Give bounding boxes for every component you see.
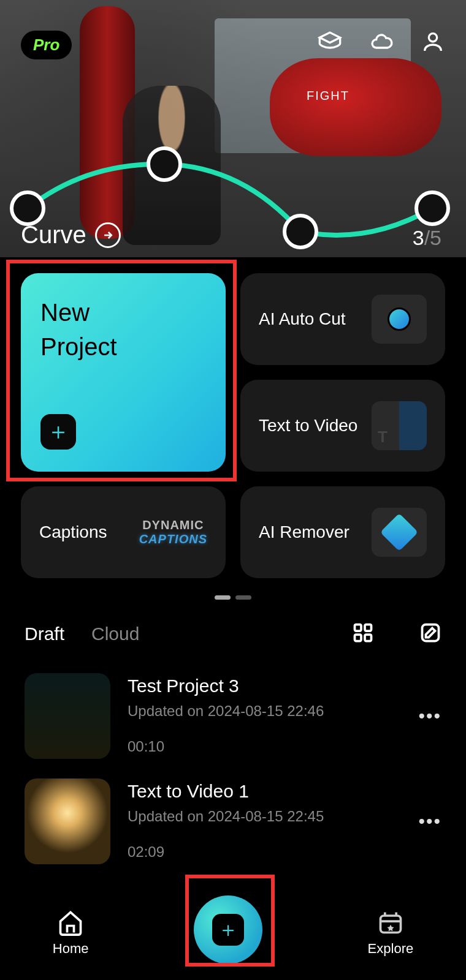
hero-banner[interactable]: Pro Curve 3/5 [0,0,466,257]
hero-page-indicator: 3/5 [413,226,441,250]
nav-home[interactable]: Home [53,909,89,957]
hero-boxer [123,86,221,245]
tile-ai-auto-cut[interactable]: AI Auto Cut [240,273,445,365]
dynamic-captions-icon: DYNAMIC CAPTIONS [139,518,207,546]
text-to-video-icon [372,401,427,450]
draft-title: Text to Video 1 [128,781,441,802]
page-total: /5 [424,226,441,249]
nav-explore[interactable]: Explore [368,909,414,957]
profile-icon[interactable] [421,29,445,56]
tile-ai-remover-label: AI Remover [259,522,350,542]
hero-title: Curve [21,221,86,249]
draft-duration: 00:10 [128,738,441,759]
draft-item[interactable]: Test Project 3 Updated on 2024-08-15 22:… [25,663,441,769]
cloud-icon[interactable] [369,29,394,56]
ai-remover-icon [372,508,427,557]
tiles-pager [0,578,466,622]
tile-text-to-video-label: Text to Video [259,416,357,435]
tile-captions-label: Captions [39,522,107,542]
nav-home-label: Home [53,941,89,957]
page-current: 3 [413,226,424,249]
hero-title-row: Curve [21,221,121,249]
tile-new-project-label: New Project [40,295,117,364]
more-icon[interactable]: ••• [418,706,441,726]
tile-ai-remover[interactable]: AI Remover [240,486,445,578]
drafts-toolbar: Draft Cloud [0,622,466,646]
tile-new-project[interactable]: New Project ＋ [21,273,226,472]
draft-item[interactable]: Text to Video 1 Updated on 2024-08-15 22… [25,769,441,874]
draft-list: Test Project 3 Updated on 2024-08-15 22:… [0,646,466,874]
tab-draft[interactable]: Draft [25,624,64,644]
tab-cloud[interactable]: Cloud [91,624,139,644]
ai-auto-cut-icon [372,295,427,344]
svg-rect-5 [355,625,362,631]
draft-title: Test Project 3 [128,676,441,696]
tile-ai-auto-cut-label: AI Auto Cut [259,309,346,329]
draft-duration: 02:09 [128,843,441,864]
draft-subtitle: Updated on 2024-08-15 22:46 [128,703,441,720]
svg-rect-6 [365,625,372,631]
plus-icon: ＋ [212,914,244,946]
svg-rect-9 [422,625,439,641]
draft-thumbnail [25,778,110,864]
draft-thumbnail [25,673,110,759]
tile-text-to-video[interactable]: Text to Video [240,380,445,472]
grid-view-icon[interactable] [352,622,374,646]
nav-create-button[interactable]: ＋ [194,895,262,964]
plus-icon: ＋ [40,414,76,450]
more-icon[interactable]: ••• [418,811,441,832]
svg-rect-8 [365,635,372,641]
hero-fight-bag [270,58,441,156]
svg-rect-7 [355,635,362,641]
edit-icon[interactable] [419,622,441,646]
nav-explore-label: Explore [368,941,414,957]
tile-captions[interactable]: Captions DYNAMIC CAPTIONS [21,486,226,578]
action-tiles: New Project ＋ AI Auto Cut Text to Video … [0,257,466,578]
arrow-right-icon[interactable] [95,222,121,248]
bottom-nav: Home ＋ Explore [0,886,466,980]
draft-subtitle: Updated on 2024-08-15 22:45 [128,808,441,825]
pro-badge[interactable]: Pro [21,31,72,59]
svg-point-0 [429,34,437,42]
tutorial-icon[interactable] [318,29,342,56]
